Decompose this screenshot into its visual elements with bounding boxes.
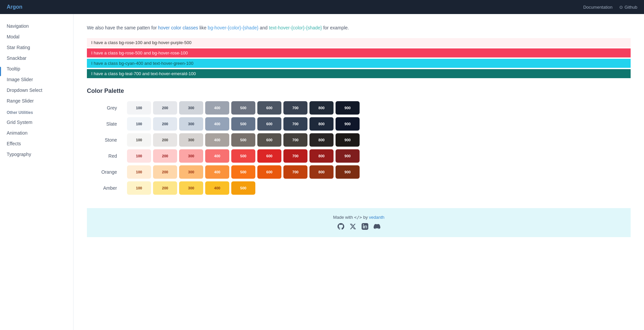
sidebar-item-star-rating[interactable]: Star Rating — [0, 42, 73, 53]
footer-text: Made with </> by vedanth — [94, 215, 624, 220]
swatch-grey-500[interactable]: 500 — [231, 101, 255, 115]
logo-text: Argon — [7, 4, 22, 10]
swatch-amber-400[interactable]: 400 — [205, 181, 229, 195]
sidebar-item-navigation[interactable]: Navigation — [0, 21, 73, 31]
footer-social-icons — [94, 222, 624, 230]
github-footer-icon[interactable] — [337, 222, 345, 230]
swatch-slate-500[interactable]: 500 — [231, 117, 255, 131]
sidebar-item-image-slider[interactable]: Image Slider — [0, 74, 73, 85]
sidebar-active-indicator — [0, 67, 1, 76]
main-content: We also have the same patten for hover c… — [74, 14, 644, 330]
example-rose-100: I have a class bg-rose-100 and bg-hover-… — [87, 38, 631, 47]
swatch-amber-100[interactable]: 100 — [127, 181, 151, 195]
swatch-stone-700[interactable]: 700 — [283, 133, 307, 147]
swatch-stone-100[interactable]: 100 — [127, 133, 151, 147]
sidebar-item-animation[interactable]: Animation — [0, 128, 73, 138]
sidebar-item-typography[interactable]: Typography — [0, 149, 73, 160]
sidebar-item-effects[interactable]: Effects — [0, 138, 73, 149]
author-link[interactable]: vedanth — [369, 215, 384, 220]
swatch-orange-200[interactable]: 200 — [153, 165, 177, 179]
swatch-stone-900[interactable]: 900 — [336, 133, 360, 147]
twitter-footer-icon[interactable] — [349, 222, 357, 230]
swatch-orange-600[interactable]: 600 — [257, 165, 281, 179]
discord-footer-icon[interactable] — [373, 222, 381, 230]
swatch-grey-300[interactable]: 300 — [179, 101, 203, 115]
sidebar: Navigation Modal Star Rating Snackbar To… — [0, 14, 74, 330]
palette-swatches: 100200300400500600700800900 — [127, 165, 360, 179]
header-nav: Documentation ⊙ Github — [583, 5, 637, 10]
swatch-amber-200[interactable]: 200 — [153, 181, 177, 195]
swatch-amber-500[interactable]: 500 — [231, 181, 255, 195]
swatch-slate-100[interactable]: 100 — [127, 117, 151, 131]
swatch-orange-900[interactable]: 900 — [336, 165, 360, 179]
color-palette: Grey100200300400500600700800900Slate1002… — [87, 101, 631, 195]
sidebar-item-snackbar[interactable]: Snackbar — [0, 53, 73, 63]
github-link[interactable]: ⊙ Github — [619, 5, 637, 10]
github-icon: ⊙ — [619, 5, 623, 10]
swatch-slate-200[interactable]: 200 — [153, 117, 177, 131]
palette-swatches: 100200300400500600700800900 — [127, 101, 360, 115]
swatch-orange-100[interactable]: 100 — [127, 165, 151, 179]
swatch-grey-900[interactable]: 900 — [336, 101, 360, 115]
swatch-grey-700[interactable]: 700 — [283, 101, 307, 115]
swatch-orange-800[interactable]: 800 — [309, 165, 334, 179]
swatch-stone-600[interactable]: 600 — [257, 133, 281, 147]
palette-label: Amber — [87, 185, 127, 191]
sidebar-item-dropdown-select[interactable]: Dropdown Select — [0, 85, 73, 96]
swatch-red-700[interactable]: 700 — [283, 149, 307, 163]
swatch-stone-400[interactable]: 400 — [205, 133, 229, 147]
swatch-slate-700[interactable]: 700 — [283, 117, 307, 131]
swatch-orange-300[interactable]: 300 — [179, 165, 203, 179]
logo: Argon — [7, 4, 22, 10]
swatch-red-900[interactable]: 900 — [336, 149, 360, 163]
swatch-slate-300[interactable]: 300 — [179, 117, 203, 131]
documentation-link[interactable]: Documentation — [583, 5, 612, 10]
palette-swatches: 100200300400500600700800900 — [127, 133, 360, 147]
swatch-grey-100[interactable]: 100 — [127, 101, 151, 115]
palette-row-grey: Grey100200300400500600700800900 — [87, 101, 631, 115]
sidebar-item-tooltip[interactable]: Tooltip — [0, 63, 73, 74]
palette-swatches: 100200300400500600700800900 — [127, 149, 360, 163]
sidebar-item-grid-system[interactable]: Grid System — [0, 117, 73, 128]
swatch-stone-300[interactable]: 300 — [179, 133, 203, 147]
palette-row-orange: Orange100200300400500600700800900 — [87, 165, 631, 179]
swatch-red-500[interactable]: 500 — [231, 149, 255, 163]
swatch-red-200[interactable]: 200 — [153, 149, 177, 163]
palette-title: Color Palette — [87, 88, 631, 95]
swatch-grey-200[interactable]: 200 — [153, 101, 177, 115]
swatch-red-300[interactable]: 300 — [179, 149, 203, 163]
swatch-red-800[interactable]: 800 — [309, 149, 334, 163]
swatch-red-400[interactable]: 400 — [205, 149, 229, 163]
palette-row-red: Red100200300400500600700800900 — [87, 149, 631, 163]
palette-label: Red — [87, 153, 127, 159]
swatch-red-100[interactable]: 100 — [127, 149, 151, 163]
swatch-orange-500[interactable]: 500 — [231, 165, 255, 179]
bg-hover-link[interactable]: bg-hover-{color}-{shade} — [208, 25, 259, 30]
swatch-grey-400[interactable]: 400 — [205, 101, 229, 115]
intro-paragraph: We also have the same patten for hover c… — [87, 24, 631, 31]
swatch-orange-700[interactable]: 700 — [283, 165, 307, 179]
palette-swatches: 100200300400500600700800900 — [127, 117, 360, 131]
app-header: Argon Documentation ⊙ Github — [0, 0, 644, 14]
example-teal-700: I have a class bg-teal-700 and text-hove… — [87, 69, 631, 78]
swatch-slate-800[interactable]: 800 — [309, 117, 334, 131]
footer: Made with </> by vedanth — [87, 208, 631, 237]
swatch-slate-400[interactable]: 400 — [205, 117, 229, 131]
linkedin-footer-icon[interactable] — [361, 222, 369, 230]
swatch-stone-500[interactable]: 500 — [231, 133, 255, 147]
sidebar-item-range-slider[interactable]: Range Slider — [0, 96, 73, 106]
sidebar-item-modal[interactable]: Modal — [0, 31, 73, 42]
swatch-red-600[interactable]: 600 — [257, 149, 281, 163]
swatch-amber-300[interactable]: 300 — [179, 181, 203, 195]
swatch-slate-600[interactable]: 600 — [257, 117, 281, 131]
swatch-stone-800[interactable]: 800 — [309, 133, 334, 147]
hover-color-classes-link[interactable]: hover color classes — [158, 25, 198, 30]
main-layout: Navigation Modal Star Rating Snackbar To… — [0, 14, 644, 330]
palette-row-amber: Amber100200300400500 — [87, 181, 631, 195]
swatch-grey-800[interactable]: 800 — [309, 101, 334, 115]
swatch-slate-900[interactable]: 900 — [336, 117, 360, 131]
swatch-grey-600[interactable]: 600 — [257, 101, 281, 115]
swatch-stone-200[interactable]: 200 — [153, 133, 177, 147]
swatch-orange-400[interactable]: 400 — [205, 165, 229, 179]
text-hover-link[interactable]: text-hover-{color}-{shade} — [269, 25, 322, 30]
